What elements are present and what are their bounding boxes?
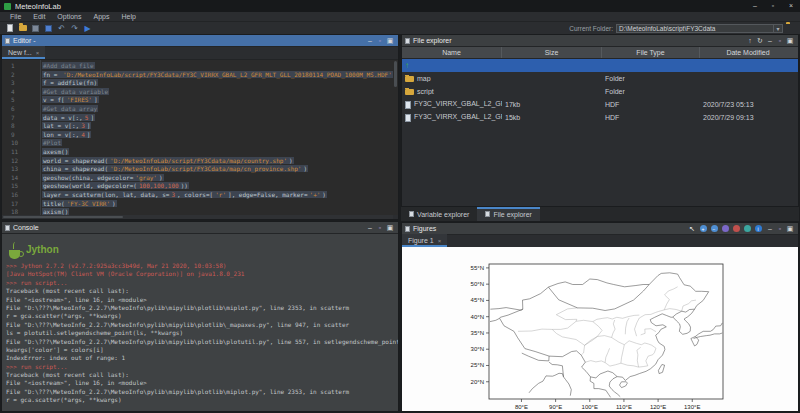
figures-panel-header: Figures ↖+−i – ▫ ▣ xyxy=(402,223,798,235)
line-number: 1 xyxy=(2,62,32,71)
code-line: 15geoshow(world, edgecolor=(100,100,100)… xyxy=(2,182,398,191)
console-maximize-icon[interactable]: ▣ xyxy=(385,222,395,233)
new-file-icon[interactable] xyxy=(4,23,15,33)
file-explorer-panel-title: File explorer xyxy=(413,37,452,44)
svg-text:25°N: 25°N xyxy=(471,362,484,368)
file-explorer-panel-header: File explorer ↑ ↻ – ▫ ▣ xyxy=(402,35,798,47)
svg-text:20°N: 20°N xyxy=(471,379,484,385)
window-minimize-icon[interactable]: – xyxy=(746,0,764,12)
menu-apps[interactable]: Apps xyxy=(87,13,115,20)
file-row[interactable]: FY3C_VIRRX_GBAL_L2_GFR_MLT_GL...15kbHDF2… xyxy=(402,111,798,124)
editor-horizontal-scrollbar[interactable] xyxy=(2,215,393,219)
code-line: 2fn = 'D:/MeteoInfoLab/script/FY3Cdata/F… xyxy=(2,71,398,80)
variable-explorer-tab-icon xyxy=(409,211,414,217)
run-script-icon[interactable]: ▶ xyxy=(82,23,93,33)
save-icon[interactable] xyxy=(30,23,41,33)
line-number: 3 xyxy=(2,79,32,88)
code-text: geoshow(world, edgecolor=(100,100,100)) xyxy=(42,182,189,191)
menu-options[interactable]: Options xyxy=(51,13,87,20)
info-icon[interactable]: i xyxy=(753,224,763,233)
window-maximize-icon[interactable]: ▫ xyxy=(764,0,782,12)
code-line: 6#Get data array xyxy=(2,105,398,114)
globe-icon[interactable] xyxy=(742,224,752,233)
jython-logo-text: Jython xyxy=(26,244,59,255)
code-text: axesm() xyxy=(42,148,69,157)
file-explorer-minimize-icon[interactable]: – xyxy=(765,35,775,46)
current-folder-combobox[interactable]: D:\MeteoInfoLab\script\FY3Cdata xyxy=(616,24,774,33)
redo-icon[interactable]: ↷ xyxy=(69,23,80,33)
editor-tab-new-file[interactable]: New f... × xyxy=(2,46,45,59)
save-all-icon[interactable] xyxy=(43,23,54,33)
undo-icon[interactable]: ↶ xyxy=(56,23,67,33)
column-header-name[interactable]: Name xyxy=(402,47,502,58)
console-panel-title: Console xyxy=(13,224,39,231)
jython-logo: Jython xyxy=(6,236,398,262)
code-line: 4#Get data variable xyxy=(2,88,398,97)
menu-edit[interactable]: Edit xyxy=(27,13,51,20)
tab-figure-1[interactable]: Figure 1 × xyxy=(402,234,447,247)
zoom-out-icon[interactable]: − xyxy=(709,224,719,233)
current-folder-dropdown-icon[interactable]: ▾ xyxy=(774,24,783,33)
code-line: 18axism() xyxy=(2,208,398,215)
console-output[interactable]: Jython >>> Jython 2.7.2 (v2.7.2:925a3cc3… xyxy=(2,234,398,411)
file-type-cell: HDF xyxy=(602,101,700,108)
zoom-in-icon[interactable]: + xyxy=(698,224,708,233)
column-header-date-modified[interactable]: Date Modified xyxy=(700,47,796,58)
tab-file-explorer[interactable]: File explorer xyxy=(477,207,540,221)
tab-close-icon[interactable]: × xyxy=(36,50,40,56)
full-extent-icon[interactable] xyxy=(731,224,741,233)
select-cursor-icon[interactable]: ↖ xyxy=(687,224,697,233)
file-size-cell: 15kb xyxy=(502,114,602,121)
tab-variable-explorer[interactable]: Variable explorer xyxy=(401,207,477,221)
file-type-cell: Folder xyxy=(602,75,700,82)
svg-text:55°N: 55°N xyxy=(471,265,484,271)
figures-minimize-icon[interactable]: – xyxy=(765,223,775,234)
console-panel-icon xyxy=(5,225,10,231)
window-close-icon[interactable]: × xyxy=(782,0,800,12)
console-line: >>> run script... xyxy=(6,363,398,371)
code-text: lon = v[:,4] xyxy=(42,131,91,140)
menu-file[interactable]: File xyxy=(4,13,27,20)
menu-help[interactable]: Help xyxy=(115,13,141,20)
column-header-size[interactable]: Size xyxy=(502,47,602,58)
editor-panel-icon xyxy=(5,38,10,44)
console-minimize-icon[interactable]: – xyxy=(365,222,375,233)
code-area[interactable]: 1#Add data file2fn = 'D:/MeteoInfoLab/sc… xyxy=(2,60,398,215)
console-line: Traceback (most recent call last): xyxy=(6,371,398,379)
pan-icon[interactable] xyxy=(720,224,730,233)
console-float-icon[interactable]: ▫ xyxy=(375,222,385,233)
code-text: data = v[:,5] xyxy=(42,114,95,123)
file-row[interactable]: scriptFolder xyxy=(402,85,798,98)
editor-vertical-scrollbar[interactable] xyxy=(393,60,398,215)
file-row[interactable]: mapFolder xyxy=(402,72,798,85)
refresh-icon[interactable]: ↻ xyxy=(755,35,765,46)
gutter-divider xyxy=(40,60,41,215)
code-line: 7data = v[:,5] xyxy=(2,114,398,123)
open-file-icon[interactable] xyxy=(17,23,28,33)
editor-maximize-icon[interactable]: ▣ xyxy=(385,35,395,46)
line-number: 10 xyxy=(2,139,32,148)
file-explorer-maximize-icon[interactable]: ▣ xyxy=(785,35,795,46)
svg-text:90°E: 90°E xyxy=(549,404,562,410)
line-number: 4 xyxy=(2,88,32,97)
figure-tab-close-icon[interactable]: × xyxy=(438,238,442,244)
file-row[interactable]: ↑ xyxy=(402,59,798,72)
figure-canvas-area[interactable]: 80°E90°E100°E110°E120°E130°E55°N50°N45°N… xyxy=(402,247,798,411)
code-line: 14geoshow(china, edgecolor='gray') xyxy=(2,174,398,183)
code-text: #Get data array xyxy=(42,105,98,114)
editor-float-icon[interactable]: ▫ xyxy=(375,35,385,46)
editor-tab-bar: New f... × xyxy=(2,47,398,60)
editor-minimize-icon[interactable]: – xyxy=(365,35,375,46)
figures-float-icon[interactable]: ▫ xyxy=(775,223,785,234)
figures-maximize-icon[interactable]: ▣ xyxy=(785,223,795,234)
file-explorer-float-icon[interactable]: ▫ xyxy=(775,35,785,46)
folder-up-icon[interactable]: ↑ xyxy=(745,35,755,46)
code-line: 3f = addfile(fn) xyxy=(2,79,398,88)
column-header-file-type[interactable]: File Type xyxy=(602,47,700,58)
browse-folder-icon[interactable] xyxy=(786,24,796,32)
file-icon xyxy=(405,114,411,122)
file-name-cell: script xyxy=(402,88,502,95)
file-row[interactable]: FY3C_VIRRX_GBAL_L2_GFR_MLT_GL...17kbHDF2… xyxy=(402,98,798,111)
line-number: 15 xyxy=(2,182,32,191)
line-number: 5 xyxy=(2,96,32,105)
